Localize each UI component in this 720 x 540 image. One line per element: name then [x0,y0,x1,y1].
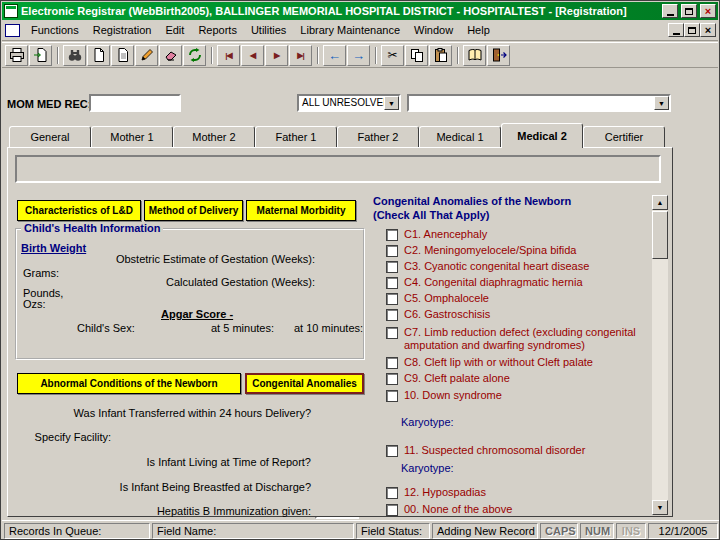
close-button[interactable]: × [700,4,716,18]
registration-window-icon[interactable] [5,24,20,37]
checkbox-11-chromosomal-disorder[interactable] [386,445,398,457]
tab-medical-2[interactable]: Medical 2 [501,123,583,148]
tab-certifier[interactable]: Certifier [583,126,665,147]
menu-edit[interactable]: Edit [158,21,191,39]
menu-reports[interactable]: Reports [191,21,244,39]
mdi-close-button[interactable]: × [700,23,716,37]
congenital-anomalies-button[interactable]: Congenital Anomalies [245,373,364,394]
tab-general[interactable]: General [9,126,91,147]
toolbar-separator [211,47,213,64]
status-records-in-queue: Records In Queue: [4,523,150,539]
checkbox-c9-cleft-palate[interactable] [386,373,398,385]
at-5-minutes-label: at 5 minutes: [211,322,274,335]
paste-button[interactable] [429,45,452,66]
scroll-up-button[interactable]: ▲ [652,195,668,210]
nav-last-icon: ▶| [297,51,303,60]
characteristics-of-ld-button[interactable]: Characteristics of L&D [17,200,141,221]
nav-first-icon: |◀ [225,51,231,60]
exit-button[interactable] [487,45,510,66]
menu-registration[interactable]: Registration [86,21,159,39]
print-button[interactable] [5,45,28,66]
scroll-up-icon: ▲ [657,199,664,206]
toolbar-separator [57,47,59,64]
menu-utilities[interactable]: Utilities [244,21,293,39]
scroll-down-button[interactable]: ▼ [652,500,668,515]
menu-window[interactable]: Window [407,21,460,39]
maternal-morbidity-button[interactable]: Maternal Morbidity [246,200,356,221]
nav-next-icon: ▶ [274,51,279,60]
scroll-down-icon: ▼ [657,504,664,511]
mom-med-rec-input[interactable] [89,94,181,112]
message-display [15,155,661,183]
record-selector-dropdown[interactable]: ▼ [407,94,671,112]
checkbox-label: C8. Cleft lip with or without Cleft pala… [404,356,648,369]
new-record-button[interactable] [87,45,110,66]
checkbox-c2-meningomyelocele[interactable] [386,245,398,257]
copy-button[interactable] [405,45,428,66]
method-of-delivery-button[interactable]: Method of Delivery [144,200,243,221]
checkbox-c6-gastroschisis[interactable] [386,309,398,321]
library-icon [467,47,483,63]
abnormal-conditions-button[interactable]: Abnormal Conditions of the Newborn [17,373,241,394]
tab-father-2[interactable]: Father 2 [337,126,419,147]
checkbox-label: C2. Meningomyelocele/Spina bifida [404,244,648,257]
checkbox-12-hypospadias[interactable] [386,487,398,499]
queue-filter-arrow[interactable]: ▼ [384,96,399,110]
checkbox-c4-diaphragmatic-hernia[interactable] [386,277,398,289]
menu-help[interactable]: Help [460,21,497,39]
view-record-button[interactable] [111,45,134,66]
find-button[interactable] [63,45,86,66]
menu-bar: Functions Registration Edit Reports Util… [2,20,718,41]
mdi-minimize-icon [673,33,680,35]
record-selector-value [409,96,654,110]
back-button[interactable]: ← [323,45,346,66]
checkbox-00-none[interactable] [386,504,398,516]
calculated-gestation-label: Calculated Gestation (Weeks): [101,276,315,289]
queue-filter-dropdown[interactable]: ALL UNRESOLVED ▼ [297,94,401,112]
tab-mother-1[interactable]: Mother 1 [91,126,173,147]
forward-button[interactable]: → [347,45,370,66]
record-selector-arrow[interactable]: ▼ [654,96,669,110]
nav-previous-button[interactable]: ◀ [241,45,264,66]
mdi-minimize-button[interactable] [668,23,684,37]
nav-first-button[interactable]: |◀ [217,45,240,66]
checkbox-label: 11. Suspected chromosomal disorder [404,444,648,457]
queue-filter-value: ALL UNRESOLVED [299,96,384,110]
tab-medical-1[interactable]: Medical 1 [419,126,501,147]
scrollbar-thumb[interactable] [652,211,668,259]
hepatitis-b-label: Hepatitis B Immunization given: [31,505,311,518]
obstetric-gestation-label: Obstetric Estimate of Gestation (Weeks): [101,253,315,266]
minimize-button[interactable] [662,4,678,18]
restore-button[interactable] [681,4,697,18]
erase-button[interactable] [159,45,182,66]
status-mode: Adding New Record [432,523,538,539]
menu-library-maintenance[interactable]: Library Maintenance [293,21,407,39]
edit-record-icon [139,47,155,63]
status-field-name: Field Name: [152,523,354,539]
nav-last-button[interactable]: ▶| [289,45,312,66]
checkbox-label: C4. Congenital diaphragmatic hernia [404,276,648,289]
export-button[interactable] [29,45,52,66]
refresh-button[interactable] [183,45,206,66]
app-icon[interactable] [4,4,18,18]
at-10-minutes-label: at 10 minutes: [294,322,363,335]
checkbox-c3-cyanotic-heart-disease[interactable] [386,261,398,273]
library-button[interactable] [463,45,486,66]
toolbar-separator [457,47,459,64]
checkbox-c7-limb-reduction[interactable] [386,327,398,339]
checkbox-10-down-syndrome[interactable] [386,390,398,402]
edit-record-button[interactable] [135,45,158,66]
childs-sex-label: Child's Sex: [77,322,135,335]
checkbox-c5-omphalocele[interactable] [386,293,398,305]
checkbox-c8-cleft-lip[interactable] [386,357,398,369]
mdi-restore-button[interactable] [684,23,700,37]
nav-next-button[interactable]: ▶ [265,45,288,66]
cut-button[interactable]: ✂ [381,45,404,66]
checkbox-c1-anencephaly[interactable] [386,229,398,241]
new-record-icon [91,47,107,63]
checkbox-label: 10. Down syndrome [404,389,648,402]
tab-mother-2[interactable]: Mother 2 [173,126,255,147]
menu-functions[interactable]: Functions [24,21,86,39]
tab-father-1[interactable]: Father 1 [255,126,337,147]
vertical-scrollbar[interactable]: ▲ ▼ [652,195,668,515]
